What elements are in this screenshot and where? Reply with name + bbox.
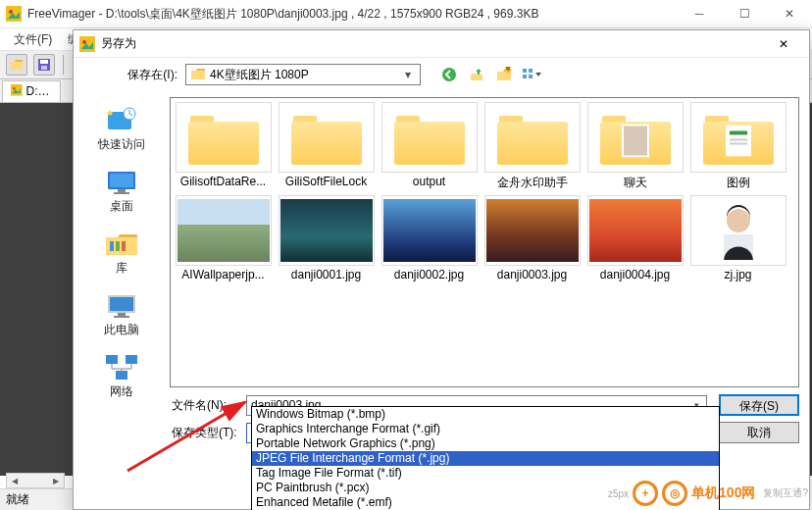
svg-rect-28 [114,316,129,318]
look-in-value: 4K壁纸图片 1080P [210,67,400,83]
watermark: z5px + ◎ 单机100网 复制互通? [608,481,808,506]
clock-star-icon [103,105,140,136]
file-caption: danji0003.jpg [484,268,581,281]
thumbnail [176,102,272,173]
cancel-button[interactable]: 取消 [719,422,799,443]
dialog-close-button[interactable]: ✕ [764,30,803,58]
places-libraries[interactable]: 库 [74,229,170,277]
svg-rect-36 [730,138,747,140]
svg-rect-19 [110,174,133,187]
svg-rect-26 [110,297,133,311]
thumbnail [587,195,684,266]
svg-rect-35 [730,130,747,134]
filename-label: 文件名(N): [170,397,246,414]
file-browser[interactable]: GilisoftDataRe...GiliSoftFileLockoutput金… [170,97,799,387]
thumbnail [690,102,787,173]
file-caption: AIWallpaperjp... [176,268,272,281]
filetype-option[interactable]: Graphics Interchange Format (*.gif) [252,422,719,436]
new-folder-icon[interactable]: ✶ [493,64,515,85]
file-item[interactable]: danji0001.jpg [276,195,377,281]
watermark-plus-icon: + [633,481,658,506]
menu-file[interactable]: 文件(F) [6,29,60,50]
places-label: 此电脑 [104,322,139,338]
places-bar: 快速访问桌面库此电脑网络 [74,91,170,446]
file-item[interactable]: danji0002.jpg [379,195,480,281]
tab-icon [11,84,23,98]
thumbnail [381,102,478,173]
thumbnail [279,102,375,173]
scroll-left-icon[interactable]: ◀ [7,474,23,487]
view-menu-icon[interactable] [521,64,542,85]
horizontal-scrollbar[interactable]: ◀ ▶ [6,473,65,488]
thumbnail [279,195,375,266]
thumbnail [484,195,581,266]
libraries-icon [103,229,140,260]
svg-point-1 [9,10,13,14]
toolbar-open-icon[interactable] [6,54,27,76]
places-network[interactable]: 网络 [74,352,170,400]
file-caption: danji0001.jpg [279,268,375,281]
maximize-button[interactable]: ☐ [722,0,767,28]
dialog-titlebar: 另存为 ✕ [74,30,809,58]
file-item[interactable]: zj.jpg [687,195,788,281]
look-in-label: 保存在(I): [99,67,178,83]
filetype-option[interactable]: Windows Bitmap (*.bmp) [252,407,719,422]
up-icon[interactable] [466,64,487,85]
document-tab[interactable]: D:\too [2,80,61,102]
file-item[interactable]: danji0004.jpg [584,195,685,281]
places-clock-star[interactable]: 快速访问 [74,105,170,153]
filetype-label: 保存类型(T): [170,425,246,441]
svg-rect-12 [523,69,527,73]
chevron-down-icon: ▾ [400,68,416,81]
folder-icon [190,67,206,82]
file-item[interactable]: 图例 [687,102,788,191]
file-item[interactable]: danji0003.jpg [482,195,583,281]
filetype-option[interactable]: Portable Network Graphics (*.png) [252,436,719,451]
file-item[interactable]: AIWallpaperjp... [173,195,274,281]
svg-rect-29 [106,355,118,364]
thumbnail [587,102,684,173]
svg-rect-23 [116,241,120,251]
places-label: 网络 [110,383,133,400]
toolbar-separator [63,55,64,75]
svg-rect-4 [41,66,47,70]
svg-rect-31 [116,371,127,380]
svg-rect-13 [529,69,533,73]
places-label: 快速访问 [98,136,145,153]
save-button[interactable]: 保存(S) [719,394,799,416]
svg-rect-27 [118,313,126,316]
scroll-right-icon[interactable]: ▶ [48,474,64,487]
file-caption: 聊天 [587,175,684,191]
tab-label: D:\too [26,84,52,98]
minimize-button[interactable]: ─ [677,0,722,28]
places-pc[interactable]: 此电脑 [74,290,170,338]
file-item[interactable]: GilisoftDataRe... [173,102,274,191]
main-title-text: FreeVimager - D:\tools\桌面\4K壁纸图片 1080P\d… [27,6,677,23]
file-item[interactable]: 聊天 [584,102,685,191]
thumbnail [484,102,581,173]
svg-point-39 [727,209,750,232]
svg-point-9 [442,68,456,81]
svg-rect-20 [118,189,126,192]
toolbar-save-icon[interactable] [33,54,55,76]
close-button[interactable]: ✕ [767,0,812,28]
file-item[interactable]: GiliSoftFileLock [276,102,377,191]
places-label: 桌面 [110,198,133,215]
places-desktop[interactable]: 桌面 [74,167,170,215]
svg-rect-3 [40,60,48,64]
file-item[interactable]: 金舟水印助手 [482,102,583,191]
back-icon[interactable] [438,64,460,85]
look-in-dropdown[interactable]: 4K壁纸图片 1080P ▾ [185,64,421,85]
filetype-option[interactable]: Tag Image File Format (*.tif) [252,466,719,481]
svg-rect-22 [110,241,114,251]
file-caption: output [381,175,478,188]
app-icon [6,6,22,22]
svg-rect-15 [529,75,533,78]
look-in-row: 保存在(I): 4K壁纸图片 1080P ▾ ✶ [74,58,809,91]
file-caption: GiliSoftFileLock [279,175,375,188]
filetype-option[interactable]: JPEG File Interchange Format (*.jpg) [252,451,719,466]
file-item[interactable]: output [379,102,480,191]
watermark-target-icon: ◎ [662,481,687,506]
svg-rect-37 [730,142,747,144]
look-in-toolbar: ✶ [438,64,542,85]
